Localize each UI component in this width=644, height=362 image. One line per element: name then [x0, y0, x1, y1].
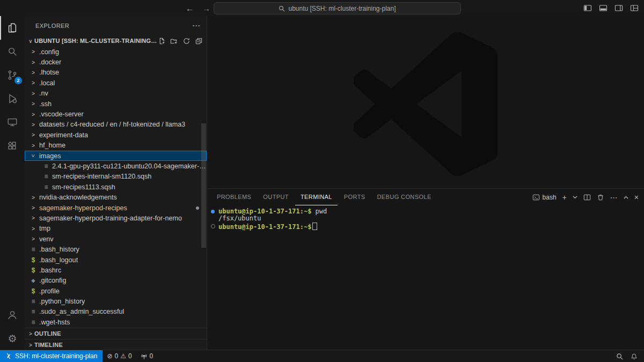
tree-item-sagemaker-hyperpod-recipes[interactable]: >sagemaker-hyperpod-recipes — [25, 203, 207, 213]
more-actions-icon[interactable]: ⋯ — [192, 21, 200, 31]
outline-section-header[interactable]: > OUTLINE — [25, 328, 207, 339]
tree-item-label: .wget-hsts — [39, 319, 70, 326]
tree-item-images[interactable]: >images — [25, 151, 207, 161]
forward-arrow-icon[interactable]: → — [202, 4, 210, 13]
tree-item-experiment-data[interactable]: >experiment-data — [25, 130, 207, 140]
panel-more-icon[interactable]: ⋯ — [610, 194, 618, 201]
sidebar-scrollbar[interactable] — [201, 123, 206, 248]
workspace-section-label: UBUNTU [SSH: ML-CLUSTER-TRAINING-PLAN] — [34, 38, 157, 44]
toggle-panel-icon[interactable] — [599, 4, 608, 12]
tree-item-bash-logout[interactable]: $.bash_logout — [25, 255, 207, 265]
tree-item-profile[interactable]: $.profile — [25, 286, 207, 296]
tree-item-docker[interactable]: >.docker — [25, 57, 207, 67]
tree-item-nv[interactable]: >.nv — [25, 88, 207, 99]
vscode-window: ← → ubuntu [SSH: ml-cluster-training-pla… — [0, 0, 644, 362]
timeline-section-header[interactable]: > TIMELINE — [25, 339, 207, 350]
tree-item-label: .docker — [39, 58, 61, 66]
search-icon — [6, 46, 18, 57]
problems-status[interactable]: ⊘ 0 ⚠ 0 — [103, 350, 136, 362]
chevron-right-icon: > — [29, 91, 38, 97]
tree-item-label: .ssh — [39, 100, 52, 108]
tree-item-vscode-server[interactable]: >.vscode-server — [25, 109, 207, 119]
maximize-panel-chevron-icon[interactable] — [624, 196, 628, 199]
activity-settings[interactable]: ⚙ — [0, 327, 25, 350]
zoom-magnifier-icon[interactable] — [616, 353, 623, 360]
tree-item-hf-home[interactable]: >hf_home — [25, 141, 207, 151]
toggle-primary-sidebar-icon[interactable] — [583, 4, 592, 12]
new-file-icon[interactable] — [157, 36, 166, 46]
launch-profile-chevron-icon[interactable] — [573, 196, 577, 199]
tree-item-lhotse[interactable]: >.lhotse — [25, 68, 207, 78]
error-icon: ⊘ — [107, 352, 112, 360]
notifications-bell-icon[interactable] — [631, 353, 638, 360]
history-nav: ← → — [186, 0, 210, 16]
tree-item-datasets-c4-reduced-en-hf-tokenized-llama3[interactable]: >datasets / c4-reduced / en / hf-tokeniz… — [25, 120, 207, 130]
activity-source-control[interactable]: 2 — [0, 63, 25, 87]
tree-item-gitconfig[interactable]: ◆.gitconfig — [25, 276, 207, 286]
toggle-secondary-sidebar-icon[interactable] — [614, 4, 623, 12]
tree-item-config[interactable]: >.config — [25, 47, 207, 57]
tree-item-label: .local — [39, 79, 55, 87]
terminal-content[interactable]: ubuntu@ip-10-1-37-171:~$ pwd/fsx/ubuntuu… — [207, 205, 644, 350]
tree-item-ssh[interactable]: >.ssh — [25, 99, 207, 109]
tree-item-bashrc[interactable]: $.bashrc — [25, 265, 207, 275]
tree-item-wget-hsts[interactable]: ≡.wget-hsts — [25, 317, 207, 327]
explorer-sidebar: EXPLORER ⋯ ∨ UBUNTU [SSH: ML-CLUSTER-TRA… — [25, 16, 207, 350]
activity-extensions[interactable] — [0, 134, 25, 158]
tree-item-tmp[interactable]: >tmp — [25, 224, 207, 234]
remote-label: SSH: ml-cluster-training-plan — [15, 352, 97, 360]
tree-item-label: .config — [39, 48, 59, 56]
status-bar: SSH: ml-cluster-training-plan ⊘ 0 ⚠ 0 0 — [0, 350, 644, 362]
panel-tab-debug-console[interactable]: DEBUG CONSOLE — [372, 189, 437, 205]
command-center-search[interactable]: ubuntu [SSH: ml-cluster-training-plan] — [214, 2, 461, 14]
terminal-output-line: /fsx/ubuntu — [218, 215, 644, 222]
panel-tab-output[interactable]: OUTPUT — [258, 189, 294, 205]
activity-remote-explorer[interactable] — [0, 110, 25, 134]
customize-layout-icon[interactable] — [630, 4, 639, 12]
activity-accounts[interactable] — [0, 303, 25, 327]
new-folder-icon[interactable] — [170, 36, 179, 46]
back-arrow-icon[interactable]: ← — [186, 4, 194, 13]
git-file-icon: ◆ — [29, 278, 38, 283]
remote-indicator[interactable]: SSH: ml-cluster-training-plan — [0, 350, 103, 362]
panel-tab-ports[interactable]: PORTS — [339, 189, 371, 205]
close-panel-icon[interactable]: × — [634, 194, 639, 201]
split-terminal-icon[interactable] — [583, 194, 591, 201]
chevron-right-icon: > — [29, 70, 38, 76]
tree-item-local[interactable]: >.local — [25, 78, 207, 88]
shell-file-icon: $ — [29, 287, 38, 295]
tree-item-2-4-1-gpu-py311-cu121-ubuntu20-04-sagemake[interactable]: ≡2.4.1-gpu-py311-cu121-ubuntu20.04-sagem… — [25, 161, 207, 171]
refresh-icon[interactable] — [182, 36, 191, 46]
activity-search[interactable] — [0, 40, 25, 63]
kill-terminal-trash-icon[interactable] — [597, 194, 604, 201]
new-terminal-icon[interactable]: + — [562, 194, 567, 201]
tree-item-sm-recipes-internal-sm1120-sqsh[interactable]: ≡sm-recipes-internal-sm1120.sqsh — [25, 172, 207, 182]
tree-item-label: .profile — [39, 287, 60, 295]
terminal-output-text: /fsx/ubuntu — [218, 215, 261, 222]
tree-item-sagemaker-hyperpod-training-adapter-for-ne[interactable]: >sagemaker-hyperpod-training-adapter-for… — [25, 213, 207, 223]
sidebar-title: EXPLORER — [35, 23, 192, 29]
activity-explorer[interactable] — [0, 16, 25, 40]
chevron-right-icon: > — [29, 112, 38, 117]
tree-item-sudo-as-admin-successful[interactable]: ≡.sudo_as_admin_successful — [25, 307, 207, 317]
shell-selector[interactable]: bash — [532, 194, 557, 201]
terminal-command-line: ubuntu@ip-10-1-37-171:~$ — [218, 223, 644, 231]
command-decoration-icon[interactable] — [211, 224, 215, 228]
workspace-section-header[interactable]: ∨ UBUNTU [SSH: ML-CLUSTER-TRAINING-PLAN] — [25, 35, 207, 47]
panel-tab-terminal[interactable]: TERMINAL — [295, 189, 338, 205]
activity-run-debug[interactable] — [0, 87, 25, 110]
terminal-prompt: ubuntu@ip-10-1-37-171:~$ — [218, 223, 311, 231]
tree-item-bash-history[interactable]: ≡.bash_history — [25, 244, 207, 254]
chevron-right-icon: > — [29, 226, 38, 232]
tree-item-sm-recipes1113-sqsh[interactable]: ≡sm-recipes1113.sqsh — [25, 182, 207, 192]
command-decoration-icon[interactable] — [211, 210, 215, 213]
tree-item-python-history[interactable]: ≡.python_history — [25, 296, 207, 306]
tree-item-label: tmp — [39, 225, 50, 232]
ports-status[interactable]: 0 — [136, 350, 158, 362]
tree-item-nvidia-acknowledgements[interactable]: >nvidia-acknowledgements — [25, 192, 207, 202]
tree-item-venv[interactable]: >venv — [25, 234, 207, 244]
chevron-right-icon: > — [29, 236, 38, 242]
vscode-logo-watermark — [354, 32, 497, 176]
collapse-all-icon[interactable] — [194, 36, 203, 46]
panel-tab-problems[interactable]: PROBLEMS — [211, 189, 257, 205]
